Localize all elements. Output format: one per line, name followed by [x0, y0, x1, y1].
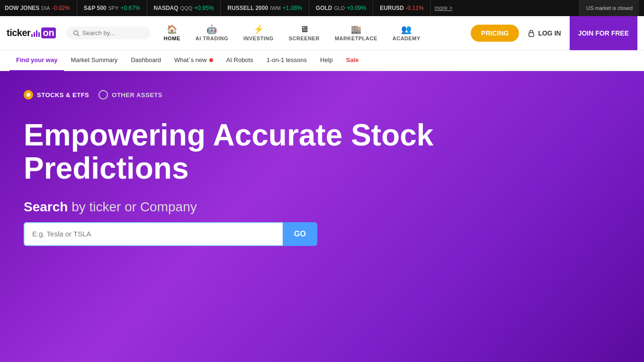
- hero-headline-line1: Empowering Accurate Stock: [24, 118, 450, 152]
- logo-on: on: [41, 27, 55, 38]
- ticker-label-sp500: S&P 500: [84, 5, 107, 11]
- pricing-button[interactable]: PRICING: [471, 25, 519, 42]
- sub-nav-label-sale: Sale: [346, 56, 359, 63]
- ticker-symbol-russell: IWM: [270, 5, 281, 11]
- ticker-item-gold[interactable]: GOLD GLD +0.09%: [309, 0, 373, 16]
- hero-section: STOCKS & ETFS OTHER ASSETS Empowering Ac…: [0, 71, 644, 362]
- asset-option-stocks-label: STOCKS & ETFS: [37, 91, 89, 99]
- logo-bar-2: [34, 32, 35, 37]
- marketplace-icon: 🏬: [351, 25, 362, 34]
- sub-nav-label-market-summary: Market Summary: [71, 56, 117, 63]
- sub-nav-item-sale[interactable]: Sale: [340, 50, 366, 71]
- nav-item-ai-trading[interactable]: 🤖 AI TRADING: [189, 22, 235, 44]
- sub-nav-label-find-your-way: Find your way: [16, 56, 57, 63]
- sub-nav-item-1on1[interactable]: 1-on-1 lessons: [260, 50, 313, 71]
- investing-icon: ⚡: [253, 25, 264, 34]
- sub-nav-item-dashboard[interactable]: Dashboard: [124, 50, 168, 71]
- search-icon: [73, 30, 80, 36]
- logo-text: ticker: [7, 27, 30, 38]
- asset-option-other[interactable]: OTHER ASSETS: [98, 90, 162, 100]
- ticker-change-nasdaq: +0.95%: [194, 5, 214, 11]
- asset-option-stocks-etfs[interactable]: STOCKS & ETFS: [24, 90, 89, 100]
- navbar: ticker on 🏠 HOME 🤖 AI TRADING ⚡ INVESTIN…: [0, 16, 644, 50]
- ticker-item-dow[interactable]: DOW JONES DIA -0.02%: [5, 0, 77, 16]
- ticker-label-gold: GOLD: [316, 5, 332, 11]
- search-bold-label: Search: [24, 199, 68, 214]
- sub-nav: Find your way Market Summary Dashboard W…: [0, 50, 644, 71]
- sub-nav-label-ai-robots: AI Robots: [226, 56, 253, 63]
- logo[interactable]: ticker on: [7, 27, 56, 38]
- svg-line-1: [77, 34, 79, 36]
- nav-item-marketplace[interactable]: 🏬 MARKETPLACE: [328, 22, 384, 44]
- search-light-label: by ticker or Company: [72, 199, 197, 214]
- lock-icon: [528, 29, 535, 37]
- join-free-button[interactable]: JOIN FOR FREE: [570, 16, 637, 50]
- logo-bars-icon: [31, 29, 40, 37]
- sub-nav-label-whats-new: What`s new: [174, 56, 207, 63]
- logo-bar-3: [36, 30, 37, 37]
- hero-search-label: Search by ticker or Company: [24, 199, 620, 215]
- radio-inner: [27, 93, 30, 97]
- ticker-change-gold: +0.09%: [347, 5, 366, 11]
- home-icon: 🏠: [167, 25, 178, 34]
- nav-item-investing[interactable]: ⚡ INVESTING: [237, 22, 280, 44]
- hero-go-button[interactable]: GO: [283, 222, 317, 246]
- new-dot-indicator: [209, 58, 213, 62]
- hero-headline-line2: Predictions: [24, 152, 450, 185]
- radio-empty-icon: [98, 90, 108, 100]
- ticker-label-eurusd: EURUSD: [380, 5, 404, 11]
- login-label: LOG IN: [538, 29, 561, 37]
- ticker-symbol-gold: GLD: [334, 5, 345, 11]
- sub-nav-label-help: Help: [320, 56, 333, 63]
- academy-icon: 👥: [401, 25, 412, 34]
- ticker-change-dow: -0.02%: [52, 5, 70, 11]
- nav-item-ai-trading-label: AI TRADING: [196, 36, 228, 41]
- asset-toggle: STOCKS & ETFS OTHER ASSETS: [24, 90, 620, 100]
- nav-item-marketplace-label: MARKETPLACE: [335, 36, 377, 41]
- ticker-label-nasdaq: NASDAQ: [154, 5, 179, 11]
- nav-item-screener[interactable]: 🖥 SCREENER: [282, 22, 326, 44]
- ai-trading-icon: 🤖: [206, 25, 217, 34]
- sub-nav-label-1on1: 1-on-1 lessons: [267, 56, 307, 63]
- ticker-change-eurusd: -0.11%: [406, 5, 424, 11]
- screener-icon: 🖥: [300, 25, 309, 34]
- nav-item-academy-label: ACADEMY: [393, 36, 420, 41]
- svg-point-0: [74, 30, 78, 35]
- nav-item-screener-label: SCREENER: [289, 36, 320, 41]
- radio-filled-icon: [24, 90, 33, 100]
- ticker-bar: DOW JONES DIA -0.02% S&P 500 SPY +0.67% …: [0, 0, 644, 16]
- sub-nav-item-find-your-way[interactable]: Find your way: [9, 50, 64, 71]
- ticker-label-russell: RUSSELL 2000: [227, 5, 268, 11]
- hero-search-section: Search by ticker or Company GO: [24, 199, 620, 246]
- ticker-item-russell[interactable]: RUSSELL 2000 IWM +1.08%: [221, 0, 309, 16]
- ticker-symbol-dow: DIA: [41, 5, 50, 11]
- nav-item-home-label: HOME: [164, 36, 180, 41]
- ticker-symbol-sp500: SPY: [108, 5, 119, 11]
- ticker-item-sp500[interactable]: S&P 500 SPY +0.67%: [77, 0, 147, 16]
- hero-search-input[interactable]: [24, 222, 283, 246]
- sub-nav-item-ai-robots[interactable]: AI Robots: [220, 50, 260, 71]
- sub-nav-item-market-summary[interactable]: Market Summary: [64, 50, 124, 71]
- nav-item-home[interactable]: 🏠 HOME: [157, 22, 187, 44]
- login-button[interactable]: LOG IN: [521, 29, 567, 37]
- sub-nav-item-help[interactable]: Help: [313, 50, 340, 71]
- more-link[interactable]: more >: [435, 5, 453, 11]
- market-status: US market is closed: [579, 0, 639, 16]
- ticker-symbol-nasdaq: QQQ: [180, 5, 193, 11]
- ticker-label-dow: DOW JONES: [5, 5, 39, 11]
- logo-bar-4: [38, 32, 40, 37]
- hero-headline: Empowering Accurate Stock Predictions: [24, 118, 450, 185]
- ticker-item-eurusd[interactable]: EURUSD -0.11%: [373, 0, 431, 16]
- sub-nav-item-whats-new[interactable]: What`s new: [168, 50, 220, 71]
- logo-bar-1: [31, 34, 33, 37]
- nav-item-academy[interactable]: 👥 ACADEMY: [386, 22, 427, 44]
- asset-option-other-label: OTHER ASSETS: [112, 91, 162, 99]
- hero-search-row: GO: [24, 222, 317, 246]
- nav-item-investing-label: INVESTING: [243, 36, 274, 41]
- svg-rect-2: [529, 33, 534, 36]
- sub-nav-label-dashboard: Dashboard: [131, 56, 161, 63]
- ticker-item-nasdaq[interactable]: NASDAQ QQQ +0.95%: [147, 0, 221, 16]
- navbar-search-box[interactable]: [66, 27, 151, 39]
- navbar-search-input[interactable]: [82, 29, 144, 36]
- ticker-change-sp500: +0.67%: [121, 5, 140, 11]
